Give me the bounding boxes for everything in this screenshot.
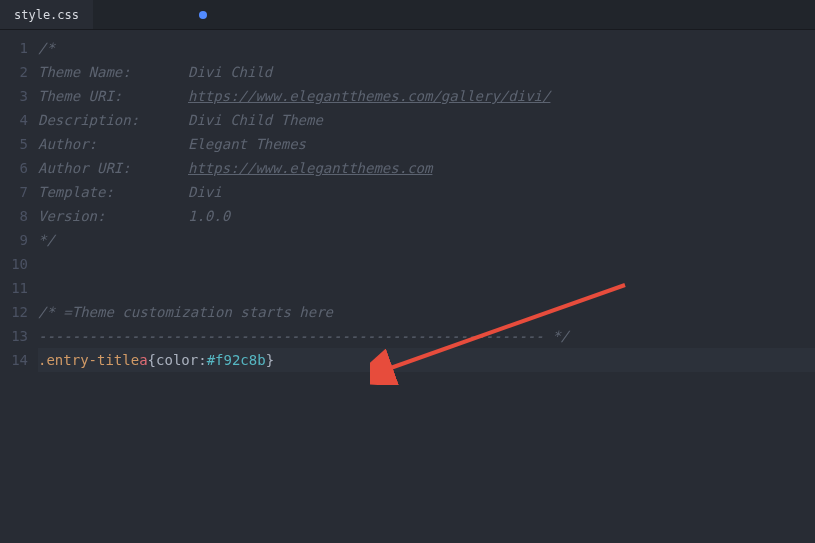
code-line-empty [38,276,815,300]
tab-inactive-6[interactable] [249,0,277,29]
editor-area[interactable]: 1 2 3 4 5 6 7 8 9 10 11 12 13 14 /* Them… [0,30,815,543]
line-number: 14 [0,348,28,372]
css-selector: .entry-title [38,348,139,372]
line-number: 11 [0,276,28,300]
tab-bar: style.css [0,0,815,30]
code-line: Theme URI:https://www.elegantthemes.com/… [38,84,550,108]
css-brace: } [266,348,274,372]
css-colon: : [198,348,206,372]
code-line-highlighted: .entry-title a {color: #f92c8b} [38,348,815,372]
code-line-empty [38,252,815,276]
code-line: /* [38,36,55,60]
tab-inactive-5[interactable] [221,0,249,29]
css-property: color [156,348,198,372]
line-number: 10 [0,252,28,276]
line-number: 4 [0,108,28,132]
css-tag: a [139,348,147,372]
line-number: 9 [0,228,28,252]
code-line: */ [38,228,55,252]
tab-style-css[interactable]: style.css [0,0,93,29]
line-number: 5 [0,132,28,156]
tab-inactive-2[interactable] [121,0,149,29]
line-number: 6 [0,156,28,180]
line-number: 12 [0,300,28,324]
code-content[interactable]: /* Theme Name:Divi Child Theme URI:https… [38,30,815,543]
line-number: 3 [0,84,28,108]
line-number: 2 [0,60,28,84]
code-line: Description:Divi Child Theme [38,108,323,132]
code-line: ----------------------------------------… [38,324,569,348]
unsaved-dot-icon [199,11,207,19]
line-number: 8 [0,204,28,228]
tab-inactive-4[interactable] [177,0,221,29]
css-brace: { [148,348,156,372]
line-number: 1 [0,36,28,60]
line-number: 7 [0,180,28,204]
code-line: Author URI:https://www.elegantthemes.com [38,156,432,180]
code-line: Author:Elegant Themes [38,132,306,156]
css-value: #f92c8b [207,348,266,372]
tab-inactive-7[interactable] [277,0,305,29]
code-line: Template:Divi [38,180,222,204]
line-number: 13 [0,324,28,348]
tab-inactive-1[interactable] [93,0,121,29]
tab-inactive-3[interactable] [149,0,177,29]
code-line: /* =Theme customization starts here [38,300,333,324]
tab-inactive-8[interactable] [305,0,333,29]
code-line: Version:1.0.0 [38,204,230,228]
code-line: Theme Name:Divi Child [38,60,272,84]
line-number-gutter: 1 2 3 4 5 6 7 8 9 10 11 12 13 14 [0,30,38,543]
